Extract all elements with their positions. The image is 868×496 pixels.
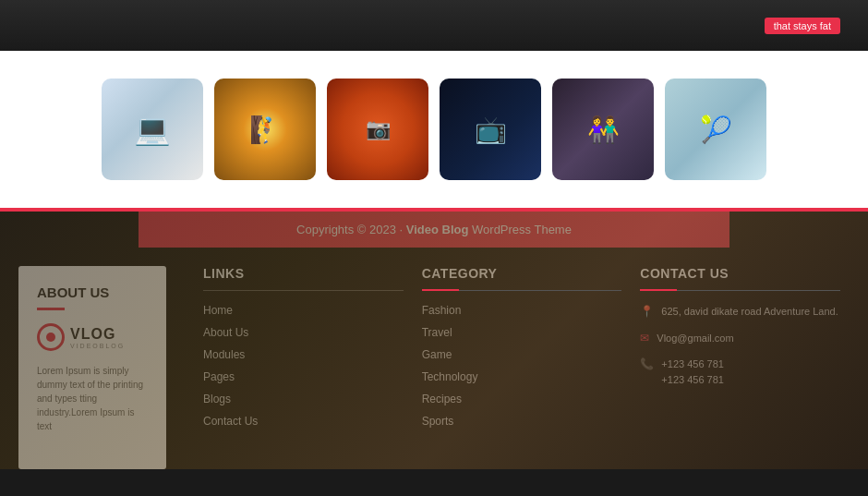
gallery-item-couple[interactable]: 👫 [552,79,654,180]
gallery-item-bridge[interactable]: 🧗 [214,79,316,180]
gallery-item-screen[interactable]: 📺 [440,79,541,180]
category-underline [422,290,622,291]
bridge-image: 🧗 [214,79,316,180]
tennis-image: 🎾 [665,79,766,180]
laptop-image: 💻 [102,79,203,180]
contact-underline [640,290,840,291]
footer-section: Copyrights © 2023 · Video Blog WordPress… [0,212,868,469]
top-tag: that stays fat [765,18,840,34]
instagram-icon: 📷 [366,117,391,141]
footer-background [0,212,868,469]
gallery-item-food[interactable]: 📷 [327,79,428,180]
gallery-grid: 💻 🧗 📷 📺 👫 🎾 [92,79,776,180]
gallery-section: 💻 🧗 📷 📺 👫 🎾 [0,51,868,208]
gallery-item-tennis[interactable]: 🎾 [665,79,766,180]
food-image: 📷 [327,79,428,180]
couple-image: 👫 [552,79,654,180]
gallery-item-laptop[interactable]: 💻 [102,79,203,180]
screen-image: 📺 [440,79,541,180]
top-section: that stays fat [0,0,868,51]
